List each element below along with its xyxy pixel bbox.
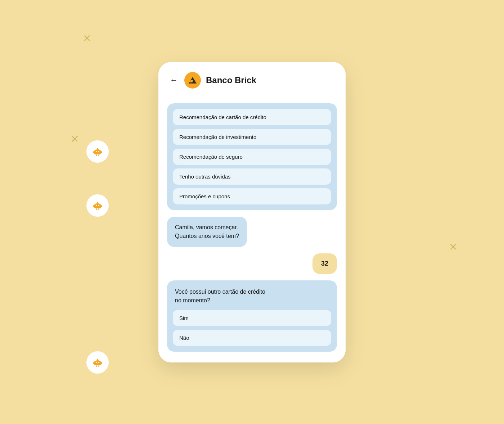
chat-window: ← Banco Brick Recomendação de cartão de … xyxy=(158,62,346,362)
option-promotions[interactable]: Promoções e cupons xyxy=(173,188,331,204)
option-no[interactable]: Não xyxy=(173,330,331,346)
svg-rect-4 xyxy=(97,148,98,149)
svg-rect-17 xyxy=(98,208,99,210)
svg-rect-9 xyxy=(94,204,101,208)
svg-rect-5 xyxy=(93,151,94,153)
decorative-robot-1 xyxy=(86,140,109,163)
chat-header: ← Banco Brick xyxy=(158,62,346,96)
svg-rect-6 xyxy=(101,151,102,153)
svg-rect-24 xyxy=(101,362,102,364)
chat-title: Banco Brick xyxy=(206,75,256,85)
svg-rect-7 xyxy=(96,154,97,156)
svg-rect-20 xyxy=(98,362,99,363)
user-age-reply: 32 xyxy=(312,253,337,274)
svg-rect-0 xyxy=(94,150,101,154)
svg-rect-25 xyxy=(96,365,97,367)
svg-rect-21 xyxy=(96,360,99,361)
bot-options-bubble: Recomendação de cartão de crédito Recome… xyxy=(167,103,337,210)
svg-rect-23 xyxy=(93,362,94,364)
bot-age-question-bubble: Camila, vamos começar.Quantos anos você … xyxy=(167,217,247,247)
option-credit-card[interactable]: Recomendação de cartão de crédito xyxy=(173,109,331,125)
decorative-x-3: ✕ xyxy=(449,241,457,253)
svg-rect-3 xyxy=(96,149,99,150)
chat-body: Recomendação de cartão de crédito Recome… xyxy=(158,96,346,362)
svg-rect-11 xyxy=(98,205,99,206)
option-other-doubts[interactable]: Tenho outras dúvidas xyxy=(173,168,331,185)
svg-rect-22 xyxy=(97,359,98,360)
svg-rect-2 xyxy=(98,151,99,152)
svg-rect-1 xyxy=(96,151,97,152)
svg-rect-10 xyxy=(96,205,97,206)
svg-rect-19 xyxy=(96,362,97,363)
bot-credit-card-question-bubble: Você possui outro cartão de créditono mo… xyxy=(167,280,337,352)
svg-rect-14 xyxy=(93,205,94,207)
svg-rect-13 xyxy=(97,202,98,203)
svg-rect-18 xyxy=(94,361,101,365)
svg-rect-12 xyxy=(96,203,99,204)
svg-rect-16 xyxy=(96,208,97,210)
svg-rect-26 xyxy=(98,365,99,367)
back-button[interactable]: ← xyxy=(168,74,179,86)
decorative-x-2: ✕ xyxy=(71,133,79,145)
svg-rect-8 xyxy=(98,154,99,156)
decorative-robot-2 xyxy=(86,194,109,217)
bot-question-text: Você possui outro cartão de créditono mo… xyxy=(173,286,331,306)
svg-rect-15 xyxy=(101,205,102,207)
decorative-x-1: ✕ xyxy=(83,32,91,44)
bot-avatar xyxy=(184,72,201,89)
decorative-robot-3 xyxy=(86,351,109,374)
option-insurance[interactable]: Recomendação de seguro xyxy=(173,149,331,165)
option-investment[interactable]: Recomendação de investimento xyxy=(173,129,331,145)
option-yes[interactable]: Sim xyxy=(173,310,331,326)
